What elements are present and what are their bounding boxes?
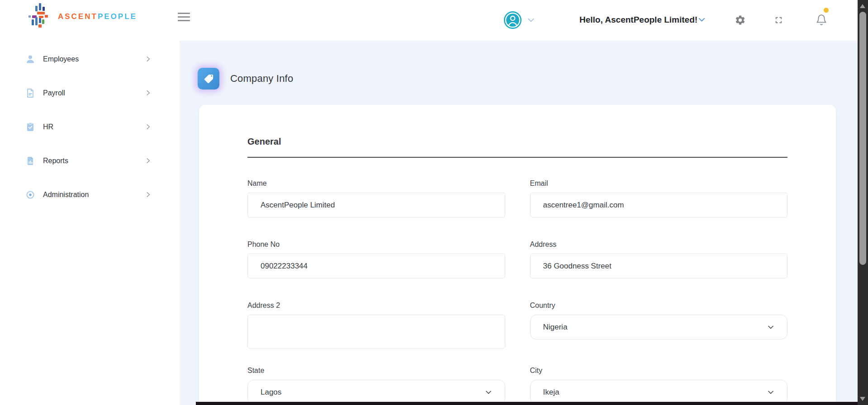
notifications-button[interactable]: [815, 14, 828, 26]
vertical-scrollbar[interactable]: [858, 0, 868, 405]
city-label: City: [530, 365, 788, 376]
expand-icon: [773, 15, 784, 25]
scrollbar-up-arrow[interactable]: [860, 4, 865, 8]
phone-input[interactable]: [247, 254, 505, 278]
state-select-value: Lagos: [261, 388, 281, 397]
sidebar-item-hr[interactable]: HR: [0, 110, 180, 144]
main-content: Company Info General Name Email Phone No: [180, 41, 858, 405]
country-label: Country: [530, 300, 788, 311]
brand-name-secondary: PEOPLE: [98, 12, 137, 21]
notification-badge: [824, 8, 829, 13]
address2-label: Address 2: [247, 300, 505, 311]
bell-icon: [816, 14, 827, 26]
company-info-form: Name Email Phone No Address: [247, 178, 787, 405]
fullscreen-button[interactable]: [772, 14, 785, 26]
sidebar: Employees Payroll HR Reports: [0, 41, 180, 405]
state-select[interactable]: Lagos: [247, 380, 505, 405]
form-row: Name Email: [247, 178, 787, 217]
settings-button[interactable]: [734, 14, 746, 26]
sidebar-item-label: Payroll: [43, 89, 65, 97]
sidebar-item-label: Administration: [43, 191, 89, 199]
field-country: Country Nigeria: [530, 300, 788, 350]
field-state: State Lagos: [247, 365, 505, 405]
avatar-chevron-down-icon[interactable]: [525, 16, 537, 27]
brand-logo-text: ASCENTPEOPLE: [58, 12, 137, 21]
bottom-dark-strip: [196, 402, 858, 405]
email-input[interactable]: [530, 193, 788, 217]
field-address2: Address 2: [247, 300, 505, 350]
chevron-right-icon: [145, 191, 152, 198]
company-info-card: General Name Email Phone No Ad: [199, 105, 836, 405]
scrollbar-down-arrow[interactable]: [860, 397, 865, 401]
field-phone: Phone No: [247, 239, 505, 278]
city-select-value: Ikeja: [543, 388, 560, 397]
address2-input[interactable]: [247, 315, 505, 348]
form-row: State Lagos City Ikeja: [247, 365, 787, 405]
phone-label: Phone No: [247, 239, 505, 250]
user-avatar[interactable]: [503, 11, 522, 29]
sidebar-item-label: HR: [43, 123, 53, 131]
name-input[interactable]: [247, 193, 505, 217]
document-icon: [25, 88, 36, 99]
field-email: Email: [530, 178, 788, 217]
chevron-down-icon: [484, 388, 493, 397]
address-input[interactable]: [530, 254, 788, 278]
sidebar-item-label: Reports: [43, 157, 68, 165]
gear-icon: [735, 14, 746, 26]
target-icon: [25, 189, 36, 200]
chevron-down-icon: [766, 388, 775, 397]
section-header: General: [247, 105, 787, 158]
page-title: Company Info: [198, 68, 293, 89]
user-circle-icon: [503, 11, 522, 29]
field-address: Address: [530, 239, 788, 278]
hamburger-menu-icon[interactable]: [178, 13, 190, 22]
country-select-value: Nigeria: [543, 323, 568, 332]
top-header: ASCENTPEOPLE Hello, AscentPeople Limited…: [0, 0, 858, 41]
chevron-right-icon: [145, 123, 152, 130]
country-select[interactable]: Nigeria: [530, 315, 788, 339]
sidebar-item-administration[interactable]: Administration: [0, 178, 180, 212]
chevron-right-icon: [145, 56, 152, 62]
city-select[interactable]: Ikeja: [530, 380, 788, 405]
file-chart-icon: [25, 155, 36, 166]
sidebar-item-label: Employees: [43, 55, 79, 63]
name-label: Name: [247, 178, 505, 188]
state-label: State: [247, 365, 505, 376]
section-title: General: [247, 137, 787, 147]
page-title-text: Company Info: [230, 73, 293, 85]
chevron-right-icon: [145, 89, 152, 96]
sidebar-item-reports[interactable]: Reports: [0, 144, 180, 178]
scrollbar-thumb[interactable]: [859, 12, 866, 265]
form-row: Address 2 Country Nigeria: [247, 300, 787, 350]
brand-name-primary: ASCENT: [58, 12, 98, 21]
chevron-right-icon: [145, 157, 152, 164]
brand-logo-icon: [28, 3, 54, 29]
field-city: City Ikeja: [530, 365, 788, 405]
brand-logo[interactable]: ASCENTPEOPLE: [28, 2, 132, 31]
form-row: Phone No Address: [247, 239, 787, 278]
sidebar-item-employees[interactable]: Employees: [0, 42, 180, 76]
field-name: Name: [247, 178, 505, 217]
chevron-down-icon: [766, 323, 775, 332]
address-label: Address: [530, 239, 788, 250]
sidebar-menu: Employees Payroll HR Reports: [0, 41, 180, 212]
user-greeting[interactable]: Hello, AscentPeople Limited!: [579, 15, 697, 25]
email-label: Email: [530, 178, 788, 188]
tag-icon: [198, 68, 219, 89]
greeting-chevron-down-icon[interactable]: [696, 15, 707, 26]
person-icon: [25, 54, 36, 65]
clipboard-check-icon: [25, 122, 36, 132]
sidebar-item-payroll[interactable]: Payroll: [0, 76, 180, 110]
